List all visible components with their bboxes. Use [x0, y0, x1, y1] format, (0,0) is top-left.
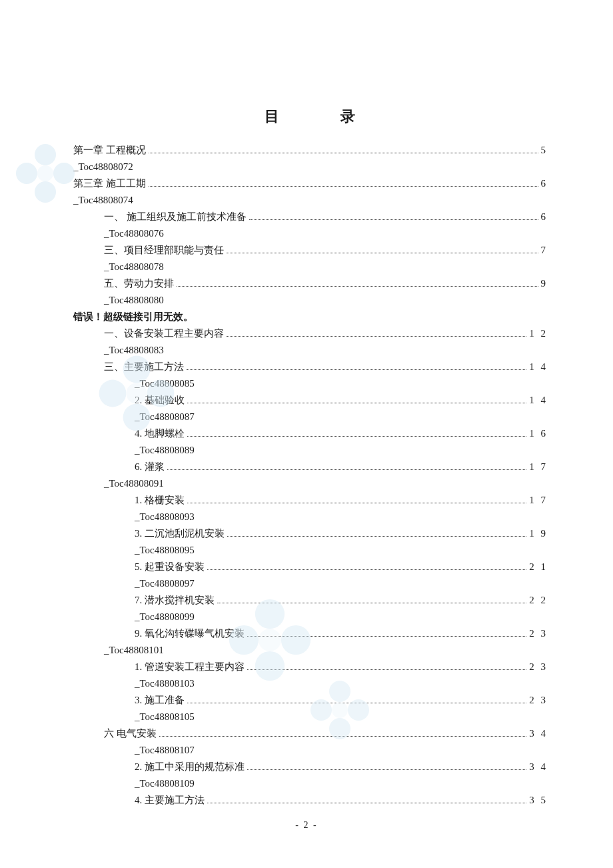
- toc-entry-label: 第一章 工程概况: [73, 145, 146, 155]
- toc-entry-page: 1 4: [529, 395, 548, 405]
- toc-entry[interactable]: 3. 施工准备2 3: [73, 695, 548, 705]
- toc-title: 目录: [73, 107, 548, 127]
- toc-entry[interactable]: 第三章 施工工期6: [73, 179, 548, 189]
- toc-leader-dots: [207, 569, 526, 570]
- toc-anchor-ref: _Toc48808097: [73, 579, 548, 589]
- toc-leader-dots: [167, 469, 526, 470]
- toc-anchor-ref: _Toc48808107: [73, 745, 548, 755]
- toc-entry[interactable]: 4. 地脚螺栓1 6: [73, 429, 548, 439]
- toc-leader-dots: [247, 669, 526, 670]
- toc-anchor-ref: _Toc48808083: [73, 345, 548, 355]
- toc-entry-page: 1 9: [529, 529, 548, 539]
- toc-anchor-ref: _Toc48808091: [73, 479, 548, 489]
- toc-entry-label: 1. 格栅安装: [135, 495, 185, 505]
- toc-leader-dots: [249, 219, 538, 220]
- toc-entry[interactable]: 2. 基础验收1 4: [73, 395, 548, 405]
- toc-entry-label: 三、主要施工方法: [104, 362, 184, 372]
- toc-anchor-ref: _Toc48808105: [73, 712, 548, 722]
- toc-anchor-ref: _Toc48808093: [73, 512, 548, 522]
- toc-entry-label: 1. 管道安装工程主要内容: [135, 662, 245, 672]
- toc-anchor-ref: _Toc48808080: [73, 295, 548, 305]
- toc-entry-page: 1 6: [529, 429, 548, 439]
- toc-leader-dots: [149, 153, 538, 153]
- toc-entry[interactable]: 5. 起重设备安装2 1: [73, 562, 548, 572]
- toc-list: 第一章 工程概况5_Toc48808072第三章 施工工期6_Toc488080…: [73, 145, 548, 805]
- toc-entry[interactable]: 三、项目经理部职能与责任7: [73, 245, 548, 255]
- toc-entry-page: 6: [541, 212, 548, 222]
- toc-leader-dots: [177, 286, 538, 287]
- title-right: 录: [340, 108, 356, 125]
- toc-leader-dots: [187, 703, 526, 703]
- toc-entry-label: 7. 潜水搅拌机安装: [135, 595, 215, 605]
- toc-entry[interactable]: 一、 施工组织及施工前技术准备6: [73, 212, 548, 222]
- toc-entry-label: 一、设备安装工程主要内容: [104, 329, 224, 339]
- toc-entry-page: 7: [541, 245, 548, 255]
- toc-entry-label: 6. 灌浆: [135, 462, 165, 472]
- toc-leader-dots: [149, 186, 538, 187]
- toc-leader-dots: [247, 769, 526, 770]
- svg-point-0: [35, 144, 56, 165]
- toc-entry-page: 2 3: [529, 629, 548, 639]
- toc-entry-label: 三、项目经理部职能与责任: [104, 245, 224, 255]
- toc-entry-label: 2. 施工中采用的规范标准: [135, 762, 245, 772]
- toc-entry-page: 2 3: [529, 662, 548, 672]
- toc-entry-label: 六 电气安装: [104, 729, 157, 739]
- toc-anchor-ref: _Toc48808074: [73, 195, 548, 205]
- toc-anchor-ref: _Toc48808076: [73, 229, 548, 239]
- toc-entry-label: 9. 氧化沟转碟曝气机安装: [135, 629, 245, 639]
- page-number: - 2 -: [0, 820, 613, 831]
- toc-entry-page: 3 5: [529, 795, 548, 805]
- toc-anchor-ref: _Toc48808078: [73, 262, 548, 272]
- toc-entry[interactable]: 五、劳动力安排9: [73, 279, 548, 289]
- toc-entry-label: 4. 地脚螺栓: [135, 429, 185, 439]
- toc-leader-dots: [227, 253, 538, 253]
- svg-point-1: [53, 163, 75, 184]
- toc-entry-label: 5. 起重设备安装: [135, 562, 205, 572]
- toc-entry-page: 9: [541, 279, 548, 289]
- toc-anchor-ref: _Toc48808103: [73, 679, 548, 689]
- toc-entry-page: 2 1: [529, 562, 548, 572]
- toc-anchor-ref: _Toc48808072: [73, 162, 548, 172]
- toc-anchor-ref: _Toc48808085: [73, 379, 548, 389]
- toc-entry[interactable]: 1. 格栅安装1 7: [73, 495, 548, 505]
- toc-entry-page: 2 2: [529, 595, 548, 605]
- toc-entry-page: 2 3: [529, 695, 548, 705]
- title-left: 目: [265, 108, 281, 125]
- toc-entry[interactable]: 4. 主要施工方法3 5: [73, 795, 548, 805]
- toc-error-text: 错误！超级链接引用无效。: [73, 312, 548, 322]
- toc-entry[interactable]: 3. 二沉池刮泥机安装1 9: [73, 529, 548, 539]
- toc-entry-page: 3 4: [529, 729, 548, 739]
- toc-leader-dots: [247, 636, 526, 637]
- toc-entry-label: 4. 主要施工方法: [135, 795, 205, 805]
- toc-entry[interactable]: 2. 施工中采用的规范标准3 4: [73, 762, 548, 772]
- toc-entry-page: 1 7: [529, 462, 548, 472]
- toc-entry-page: 3 4: [529, 762, 548, 772]
- toc-leader-dots: [187, 503, 526, 503]
- toc-entry-label: 2. 基础验收: [135, 395, 185, 405]
- toc-anchor-ref: _Toc48808099: [73, 612, 548, 622]
- toc-entry-label: 一、 施工组织及施工前技术准备: [104, 212, 247, 222]
- toc-entry-label: 五、劳动力安排: [104, 279, 174, 289]
- toc-leader-dots: [227, 536, 526, 537]
- toc-leader-dots: [227, 336, 526, 337]
- toc-entry[interactable]: 一、设备安装工程主要内容1 2: [73, 329, 548, 339]
- toc-entry-page: 6: [541, 179, 548, 189]
- toc-anchor-ref: _Toc48808087: [73, 412, 548, 422]
- toc-entry[interactable]: 9. 氧化沟转碟曝气机安装2 3: [73, 629, 548, 639]
- toc-entry-label: 3. 二沉池刮泥机安装: [135, 529, 225, 539]
- toc-entry[interactable]: 7. 潜水搅拌机安装2 2: [73, 595, 548, 605]
- toc-leader-dots: [187, 403, 526, 403]
- toc-entry[interactable]: 6. 灌浆1 7: [73, 462, 548, 472]
- toc-entry-label: 第三章 施工工期: [73, 179, 146, 189]
- toc-entry[interactable]: 第一章 工程概况5: [73, 145, 548, 155]
- toc-anchor-ref: _Toc48808095: [73, 545, 548, 555]
- toc-entry-label: 3. 施工准备: [135, 695, 185, 705]
- toc-leader-dots: [217, 603, 526, 603]
- toc-anchor-ref: _Toc48808101: [73, 645, 548, 655]
- page: 目录 第一章 工程概况5_Toc48808072第三章 施工工期6_Toc488…: [0, 0, 613, 868]
- toc-entry[interactable]: 三、主要施工方法1 4: [73, 362, 548, 372]
- toc-entry[interactable]: 六 电气安装3 4: [73, 729, 548, 739]
- toc-entry[interactable]: 1. 管道安装工程主要内容2 3: [73, 662, 548, 672]
- toc-entry-page: 5: [541, 145, 548, 155]
- toc-anchor-ref: _Toc48808109: [73, 779, 548, 789]
